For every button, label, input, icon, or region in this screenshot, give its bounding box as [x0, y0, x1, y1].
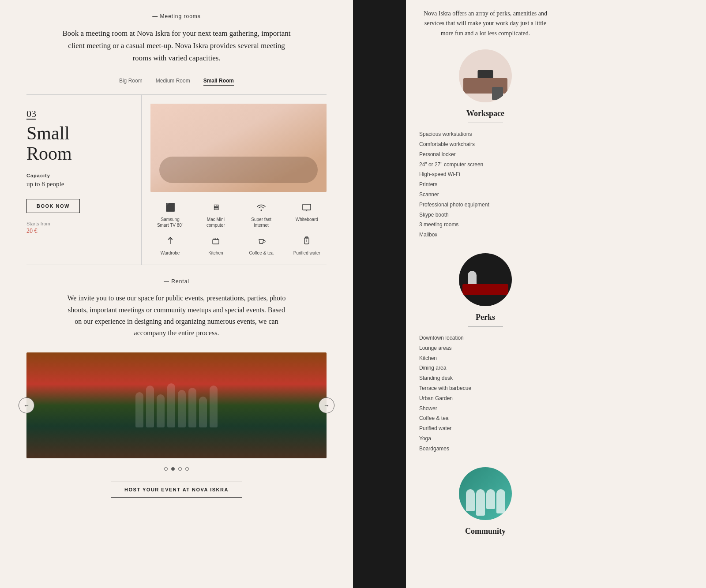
comm-persons: [461, 489, 510, 516]
room-photo: [150, 104, 327, 192]
main-content: — Meeting rooms Book a meeting room at N…: [0, 0, 353, 588]
rental-section: — Rental We invite you to use our space …: [26, 278, 327, 498]
amenity-mac-mini: 🖥 Mac Minicomputer: [196, 201, 235, 228]
comm-person-1: [466, 489, 475, 511]
capacity-value: up to 8 people: [26, 180, 132, 188]
meeting-rooms-intro: Book a meeting room at Nova Iskra for yo…: [62, 27, 291, 64]
people-group: [135, 383, 218, 427]
left-arrow-icon: ←: [23, 402, 30, 409]
dot-2[interactable]: [171, 467, 175, 471]
host-event-button[interactable]: HOST YOUR EVENT AT NOVA ISKRA: [111, 482, 242, 498]
starts-from-label: Starts from: [26, 221, 132, 226]
list-item: Terrace with barbecue: [419, 383, 552, 393]
rental-intro-text: We invite you to use our space for publi…: [66, 292, 287, 339]
workspace-photo: [459, 49, 512, 102]
slider-photo-inner: [26, 352, 327, 458]
list-item: High-speed Wi-Fi: [419, 169, 552, 180]
list-item: Kitchen: [419, 353, 552, 363]
room-name: Small Room: [26, 123, 132, 164]
amenity-coffee-label: Coffee & tea: [249, 250, 273, 256]
amenity-samsung-label: SamsungSmart TV 80": [157, 217, 184, 228]
person-4: [167, 383, 175, 427]
rental-label: — Rental: [26, 278, 327, 285]
whiteboard-icon: [300, 201, 313, 214]
comm-person-3: [486, 489, 495, 509]
svg-rect-0: [303, 204, 311, 210]
amenity-whiteboard: Whiteboard: [287, 201, 327, 228]
list-item: Skype booth: [419, 210, 552, 220]
meeting-rooms-intro-text: Book a meeting room at Nova Iskra for yo…: [62, 27, 291, 64]
capacity-label: Capacity: [26, 173, 132, 178]
community-photo: [459, 467, 512, 520]
meeting-rooms-label: — Meeting rooms: [26, 13, 327, 19]
dot-3[interactable]: [178, 467, 182, 471]
list-item: Lounge areas: [419, 343, 552, 353]
black-panel: [353, 0, 406, 588]
list-item: Personal locker: [419, 150, 552, 160]
list-item: Standing desk: [419, 373, 552, 383]
list-item: Printers: [419, 180, 552, 190]
slider-next-button[interactable]: →: [319, 397, 334, 413]
tab-medium-room[interactable]: Medium Room: [156, 78, 190, 86]
amenities-grid: ⬛ SamsungSmart TV 80" 🖥 Mac Minicomputer: [150, 201, 327, 256]
amenity-water: Purified water: [287, 234, 327, 256]
workspace-title: Workspace: [419, 109, 552, 118]
dot-4[interactable]: [185, 467, 189, 471]
list-item: Yoga: [419, 434, 552, 444]
event-slider: ← →: [26, 352, 327, 458]
room-card: 03 Small Room Capacity up to 8 people BO…: [26, 94, 327, 265]
list-item: Dining area: [419, 363, 552, 373]
svg-rect-4: [213, 240, 219, 244]
workspace-list: Spacious workstations Comfortable workch…: [419, 129, 552, 240]
list-item: Purified water: [419, 423, 552, 434]
tab-small-room[interactable]: Small Room: [203, 78, 234, 86]
amenity-wardrobe: Wardrobe: [150, 234, 190, 256]
comm-person-4: [496, 489, 505, 513]
wardrobe-icon: [164, 234, 177, 247]
amenity-mac-label: Mac Minicomputer: [207, 217, 225, 228]
list-item: Scanner: [419, 190, 552, 200]
dot-1[interactable]: [164, 467, 168, 471]
room-tabs: Big Room Medium Room Small Room: [26, 78, 327, 86]
amenity-wifi-label: Super fastinternet: [251, 217, 271, 228]
list-item: Spacious workstations: [419, 129, 552, 139]
pool-table: [462, 284, 508, 295]
person-8: [210, 386, 218, 427]
list-item: Coffee & tea: [419, 413, 552, 423]
tv-icon: ⬛: [164, 201, 177, 214]
list-item: Shower: [419, 404, 552, 414]
comm-person-2: [476, 489, 485, 516]
desk-chair: [492, 87, 503, 100]
sidebar-workspace-section: Workspace Spacious workstations Comforta…: [419, 49, 552, 240]
list-item: Comfortable workchairs: [419, 139, 552, 150]
list-item: Professional photo equipment: [419, 200, 552, 210]
perks-list: Downtown location Lounge areas Kitchen D…: [419, 333, 552, 454]
pool-bg: [459, 253, 512, 306]
person-5: [178, 390, 186, 427]
amenity-wardrobe-label: Wardrobe: [161, 250, 180, 256]
perks-divider: [468, 326, 503, 327]
water-icon: [300, 234, 313, 247]
perks-photo: [459, 253, 512, 306]
amenity-wifi: Super fastinternet: [242, 201, 281, 228]
list-item: 3 meeting rooms: [419, 220, 552, 230]
book-now-button[interactable]: BOOK NOW: [26, 199, 80, 213]
room-number: 03: [26, 108, 132, 120]
list-item: 24" or 27" computer screen: [419, 160, 552, 170]
community-title: Community: [419, 527, 552, 536]
slider-prev-button[interactable]: ←: [19, 397, 34, 413]
perks-title: Perks: [419, 313, 552, 322]
amenity-kitchen-label: Kitchen: [208, 250, 223, 256]
list-item: Urban Garden: [419, 393, 552, 404]
sidebar-community-section: Community: [419, 467, 552, 536]
list-item: Downtown location: [419, 333, 552, 343]
room-right: ⬛ SamsungSmart TV 80" 🖥 Mac Minicomputer: [141, 95, 327, 265]
list-item: Boardgames: [419, 444, 552, 454]
coffee-icon: [255, 234, 268, 247]
amenity-coffee: Coffee & tea: [242, 234, 281, 256]
tab-big-room[interactable]: Big Room: [119, 78, 143, 86]
person-1: [135, 392, 143, 427]
right-arrow-icon: →: [323, 402, 330, 409]
workspace-divider: [468, 123, 503, 123]
right-sidebar: Nova Iskra offers an array of perks, ame…: [406, 0, 565, 588]
